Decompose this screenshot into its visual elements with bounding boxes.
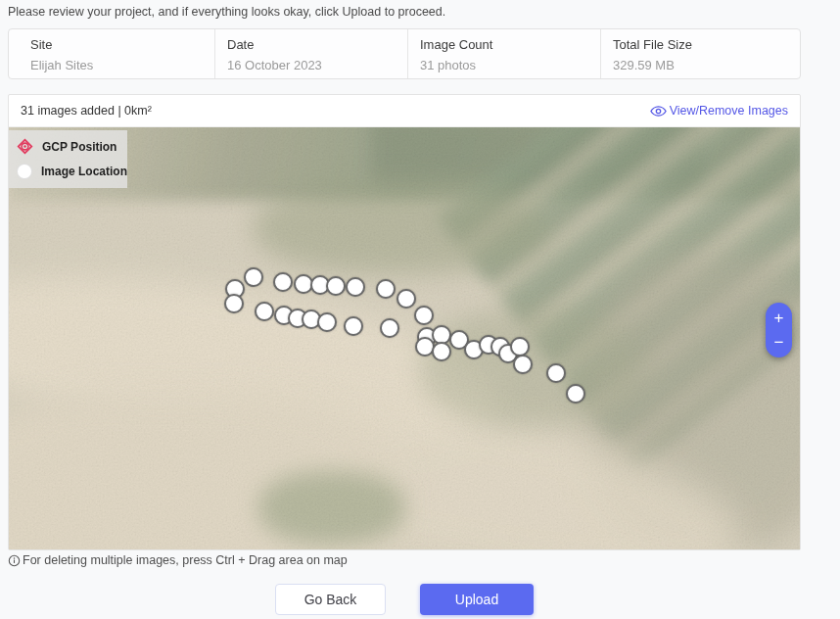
- summary-image-count: Image Count 31 photos: [407, 29, 600, 78]
- terrain-patch: [9, 393, 400, 549]
- action-buttons: Go Back Upload: [8, 584, 801, 615]
- image-location-marker[interactable]: [326, 276, 346, 296]
- terrain-patch: [258, 471, 405, 545]
- legend-gcp-position: GCP Position: [17, 138, 119, 155]
- image-location-marker[interactable]: [376, 279, 396, 299]
- summary-date-label: Date: [227, 37, 407, 52]
- image-location-marker[interactable]: [344, 316, 363, 336]
- legend-image-location: Image Location: [17, 164, 119, 179]
- eye-icon: [650, 103, 667, 119]
- legend-image-location-label: Image Location: [41, 165, 127, 178]
- info-icon: [8, 554, 21, 567]
- delete-hint: For deleting multiple images, press Ctrl…: [8, 553, 801, 567]
- terrain-patch: [371, 127, 704, 186]
- gcp-target-icon: [17, 138, 33, 155]
- image-location-marker[interactable]: [510, 337, 530, 357]
- image-location-marker[interactable]: [273, 272, 293, 292]
- image-location-marker[interactable]: [244, 267, 263, 287]
- image-location-marker[interactable]: [346, 277, 365, 297]
- terrain-patch: [166, 363, 751, 549]
- upload-button[interactable]: Upload: [420, 584, 534, 615]
- satellite-map[interactable]: GCP Position Image Location + −: [9, 127, 800, 549]
- terrain-patch: [254, 181, 547, 274]
- legend-gcp-label: GCP Position: [42, 140, 117, 154]
- images-added-status: 31 images added | 0km²: [21, 104, 152, 118]
- terrain-patch: [584, 255, 800, 548]
- image-location-marker[interactable]: [224, 294, 244, 313]
- image-location-marker[interactable]: [397, 289, 416, 309]
- image-location-circle-icon: [17, 164, 32, 179]
- image-location-marker[interactable]: [380, 318, 399, 338]
- summary-image-count-label: Image Count: [420, 37, 600, 52]
- summary-site-value: Elijah Sites: [30, 58, 214, 72]
- summary-file-size: Total File Size 329.59 MB: [600, 29, 800, 78]
- summary-image-count-value: 31 photos: [420, 58, 600, 72]
- terrain-patch: [420, 309, 645, 426]
- image-location-marker[interactable]: [317, 312, 337, 332]
- go-back-button[interactable]: Go Back: [275, 584, 386, 615]
- map-panel: 31 images added | 0km² View/Remove Image…: [8, 94, 801, 550]
- summary-site: Site Elijah Sites: [9, 29, 214, 78]
- image-location-marker[interactable]: [414, 306, 434, 325]
- image-location-marker[interactable]: [546, 363, 566, 383]
- zoom-out-button[interactable]: −: [766, 334, 792, 351]
- zoom-in-button[interactable]: +: [766, 310, 792, 326]
- image-location-marker[interactable]: [432, 342, 451, 361]
- image-location-marker[interactable]: [513, 355, 533, 374]
- summary-file-size-label: Total File Size: [613, 37, 800, 52]
- image-location-marker[interactable]: [255, 302, 274, 321]
- instruction-text: Please review your project, and if every…: [8, 0, 801, 19]
- image-location-marker[interactable]: [566, 384, 585, 404]
- terrain-noise: [9, 127, 800, 549]
- terrain-patch: [437, 127, 800, 472]
- view-remove-images-label: View/Remove Images: [670, 104, 788, 118]
- summary-date-value: 16 October 2023: [227, 58, 407, 72]
- summary-file-size-value: 329.59 MB: [613, 58, 800, 72]
- map-header: 31 images added | 0km² View/Remove Image…: [9, 95, 800, 127]
- map-legend: GCP Position Image Location: [9, 130, 127, 188]
- summary-site-label: Site: [30, 37, 214, 52]
- project-summary-panel: Site Elijah Sites Date 16 October 2023 I…: [8, 28, 801, 79]
- terrain-patch: [9, 127, 800, 201]
- delete-hint-text: For deleting multiple images, press Ctrl…: [23, 553, 348, 567]
- map-zoom-control: + −: [766, 303, 792, 357]
- page: Please review your project, and if every…: [8, 0, 801, 615]
- summary-date: Date 16 October 2023: [214, 29, 407, 78]
- view-remove-images-link[interactable]: View/Remove Images: [650, 103, 788, 119]
